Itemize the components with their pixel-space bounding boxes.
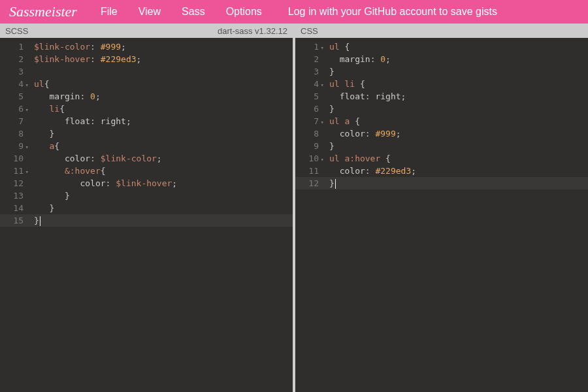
line-number: 3 [298,65,319,78]
code-line[interactable]: color: $link-color; [34,152,293,165]
code-line[interactable]: float: right; [329,90,588,103]
css-pane-header: CSS [295,24,588,38]
scss-pane-title: SCSS [5,26,28,36]
scss-pane: SCSS dart-sass v1.32.12 1234▾56▾789▾1011… [0,24,293,392]
code-line[interactable]: ul { [329,41,588,53]
menu-file[interactable]: File [90,6,128,18]
app-logo: Sassmeister [0,3,90,20]
code-line[interactable]: ul{ [34,78,293,90]
code-line[interactable]: } [329,103,588,115]
scss-code[interactable]: $link-color: #999;$link-hover: #229ed3;u… [30,38,293,392]
scss-editor[interactable]: 1234▾56▾789▾1011▾12131415 $link-color: #… [0,38,293,392]
fold-down-icon[interactable]: ▾ [321,42,324,54]
scss-gutter: 1234▾56▾789▾1011▾12131415 [0,38,30,392]
line-number: 6 [298,103,319,115]
css-editor[interactable]: 1▾234▾567▾8910▾1112 ul { margin: 0;}ul l… [295,38,588,392]
code-line[interactable]: a{ [34,140,293,152]
line-number: 2 [298,53,319,65]
code-line[interactable]: margin: 0; [329,53,588,65]
split-panes: SCSS dart-sass v1.32.12 1234▾56▾789▾1011… [0,24,588,392]
code-line[interactable]: } [325,177,588,189]
fold-down-icon[interactable]: ▾ [25,166,29,178]
line-number: 11▾ [3,165,24,177]
css-pane: CSS 1▾234▾567▾8910▾1112 ul { margin: 0;}… [295,24,588,392]
line-number: 5 [3,90,24,103]
line-number: 15 [0,214,30,227]
line-number: 12 [295,177,325,189]
code-line[interactable]: } [329,65,588,78]
code-line[interactable]: $link-hover: #229ed3; [34,53,293,65]
line-number: 14 [3,202,24,214]
code-line[interactable]: $link-color: #999; [34,41,293,53]
line-number: 13 [3,189,24,202]
text-cursor [40,216,41,226]
line-number: 4▾ [298,78,319,90]
line-number: 10▾ [298,152,319,165]
menubar: Sassmeister File View Sass Options Log i… [0,0,588,24]
line-number: 7 [3,115,24,127]
menu-options[interactable]: Options [216,6,272,18]
line-number: 9▾ [3,140,24,152]
scss-pane-header: SCSS dart-sass v1.32.12 [0,24,293,38]
menu-sass[interactable]: Sass [171,6,216,18]
css-pane-title: CSS [301,26,318,36]
code-line[interactable]: color: $link-hover; [34,177,293,189]
line-number: 12 [3,177,24,189]
line-number: 6▾ [3,103,24,115]
css-code[interactable]: ul { margin: 0;}ul li { float: right;}ul… [325,38,588,392]
compiler-version: dart-sass v1.32.12 [218,26,287,36]
code-line[interactable]: color: #229ed3; [329,165,588,177]
line-number: 3 [3,65,24,78]
text-cursor [335,179,336,189]
line-number: 7▾ [298,115,319,127]
line-number: 2 [3,53,24,65]
fold-down-icon[interactable]: ▾ [321,79,324,91]
fold-down-icon[interactable]: ▾ [25,79,29,91]
code-line[interactable]: &:hover{ [34,165,293,177]
line-number: 1▾ [298,41,319,53]
line-number: 8 [298,127,319,140]
line-number: 11 [298,165,319,177]
code-line[interactable]: } [34,202,293,214]
line-number: 9 [298,140,319,152]
code-line[interactable]: ul a { [329,115,588,127]
code-line[interactable]: ul li { [329,78,588,90]
fold-down-icon[interactable]: ▾ [321,116,324,129]
code-line[interactable]: } [329,140,588,152]
fold-down-icon[interactable]: ▾ [321,154,324,166]
code-line[interactable]: ul a:hover { [329,152,588,165]
code-line[interactable]: li{ [34,103,293,115]
menu-login[interactable]: Log in with your GitHub account to save … [272,6,508,18]
menu-view[interactable]: View [128,6,171,18]
css-gutter: 1▾234▾567▾8910▾1112 [295,38,325,392]
fold-down-icon[interactable]: ▾ [25,104,29,116]
line-number: 1 [3,41,24,53]
fold-down-icon[interactable]: ▾ [25,141,29,154]
code-line[interactable]: } [34,127,293,140]
code-line[interactable] [34,65,293,78]
code-line[interactable]: } [34,189,293,202]
code-line[interactable]: float: right; [34,115,293,127]
code-line[interactable]: color: #999; [329,127,588,140]
line-number: 5 [298,90,319,103]
code-line[interactable]: } [30,214,293,227]
code-line[interactable]: margin: 0; [34,90,293,103]
line-number: 4▾ [3,78,24,90]
line-number: 10 [3,152,24,165]
line-number: 8 [3,127,24,140]
